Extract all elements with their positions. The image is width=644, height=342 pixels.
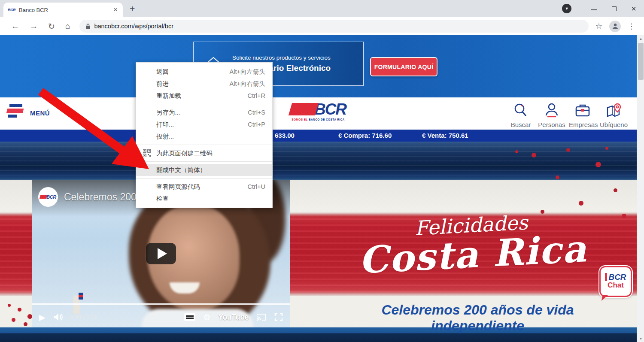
promo-header: Solicite nuestros productos y servicios … — [0, 35, 637, 97]
scrollbar-thumb[interactable] — [638, 43, 644, 80]
menu-item-cast[interactable]: 投射... — [136, 130, 272, 142]
menu-item-save-as[interactable]: 另存为... Ctrl+S — [136, 106, 272, 118]
exchange-ticker: 633.00 € Compra: 716.60 € Venta: 750.61 — [0, 130, 637, 142]
nav-item-empresas[interactable]: Empresas — [569, 101, 596, 128]
youtube-logo[interactable]: YouTube — [218, 313, 249, 322]
hamburger-flag-icon[interactable] — [6, 104, 32, 118]
menu-item-inspect[interactable]: 检查 — [136, 193, 272, 205]
menu-separator — [136, 178, 272, 179]
volume-icon[interactable] — [53, 313, 64, 321]
bcr-logo-flag — [289, 103, 319, 115]
menu-item-shortcut: Alt+向左箭头 — [230, 68, 265, 76]
menu-item-label: 打印... — [156, 121, 174, 129]
video-title[interactable]: Celebremos 200 a — [64, 191, 145, 203]
ticker-rate-venta-eur: € Venta: 750.61 — [422, 132, 468, 139]
nav-item-buscar[interactable]: Buscar — [507, 101, 535, 128]
restore-button[interactable] — [612, 6, 617, 11]
menu-item-view-source[interactable]: 查看网页源代码 Ctrl+U — [136, 181, 272, 193]
ticker-rate-compra-eur: € Compra: 716.60 — [338, 132, 392, 139]
menu-item-print[interactable]: 打印... Ctrl+P — [136, 118, 272, 130]
play-icon — [158, 248, 167, 259]
scrollbar-down-icon[interactable]: ▼ — [637, 335, 644, 342]
qr-code-icon — [143, 149, 151, 157]
nav-item-personas[interactable]: Personas — [538, 101, 565, 128]
menu-item-create-qr[interactable]: 为此页面创建二维码 — [136, 147, 272, 159]
url-text: bancobcr.com/wps/portal/bcr — [94, 23, 173, 30]
video-progress-bar[interactable] — [32, 303, 290, 305]
bookmark-star-icon[interactable]: ☆ — [595, 21, 602, 31]
bcr-favicon-icon: BCR — [8, 8, 15, 12]
page-scrollbar[interactable]: ▲ ▼ — [637, 35, 644, 342]
tab-title: Banco BCR — [19, 7, 112, 13]
browser-update-icon[interactable]: ▼ — [562, 4, 571, 13]
control-play-icon[interactable]: ▶ — [39, 312, 46, 322]
menu-item-shortcut: Alt+向右箭头 — [230, 80, 265, 88]
menu-button[interactable]: MENÚ — [30, 109, 50, 117]
menu-item-label: 另存为... — [156, 109, 180, 117]
flag-stripe-navy-top — [0, 142, 637, 180]
close-button[interactable]: × — [631, 4, 636, 13]
nav-item-ubiqueno[interactable]: Ubíqueno — [600, 101, 627, 128]
profile-avatar[interactable] — [609, 21, 621, 32]
hero-banner: Felicidades Costa Rica Celebremos 200 añ… — [0, 142, 637, 342]
video-controls: ▶ 0:00 / 1:02 ⚙ YouTube — [32, 307, 290, 327]
menu-item-shortcut: Ctrl+U — [248, 183, 266, 190]
bcr-logo-tagline: SOMOS EL BANCO DE COSTA RICA — [286, 118, 350, 121]
menu-item-shortcut: Ctrl+S — [248, 109, 265, 116]
url-bar[interactable]: bancobcr.com/wps/portal/bcr — [79, 20, 588, 33]
formulario-aqui-button[interactable]: FORMULARIO AQUÍ — [370, 57, 437, 76]
address-bar-actions: ☆ ⋮ — [593, 21, 638, 32]
subtitles-icon[interactable] — [184, 313, 195, 321]
nav-label: Personas — [538, 121, 565, 128]
home-icon[interactable]: ⌂ — [65, 21, 70, 31]
menu-item-label: 投射... — [156, 133, 174, 141]
nav-label: Ubíqueno — [600, 121, 627, 128]
video-play-button[interactable] — [146, 243, 176, 264]
scrollbar-up-icon[interactable]: ▲ — [637, 35, 644, 42]
menu-item-shortcut: Ctrl+R — [248, 92, 266, 99]
channel-logo-text: BCR — [46, 194, 56, 200]
paint-splatter — [515, 150, 518, 153]
channel-avatar[interactable]: BCR — [38, 187, 58, 207]
menu-item-translate-chinese[interactable]: 翻成中文（简体） — [136, 164, 272, 176]
window-controls: ▼ × — [562, 0, 644, 17]
menu-item-label: 前进 — [156, 80, 169, 88]
browser-menu-icon[interactable]: ⋮ — [628, 22, 635, 31]
tab-bar: BCR Banco BCR × + ▼ × — [0, 0, 644, 17]
menu-item-forward[interactable]: 前进 Alt+向右箭头 — [136, 78, 272, 90]
lock-icon — [85, 23, 91, 29]
logo-tagline-blue: BANCO DE COSTA RICA — [309, 118, 345, 121]
site-nav-bar: MENÚ BCR SOMOS EL BANCO DE COSTA RICA Bu… — [0, 97, 637, 130]
menu-separator — [136, 145, 272, 145]
chat-badge-bcr: BCR — [605, 273, 626, 281]
context-menu: 返回 Alt+向左箭头 前进 Alt+向右箭头 重新加载 Ctrl+R 另存为.… — [136, 62, 273, 208]
settings-gear-icon[interactable]: ⚙ — [203, 312, 210, 322]
menu-item-back[interactable]: 返回 Alt+向左箭头 — [136, 66, 272, 78]
menu-item-label: 查看网页源代码 — [156, 183, 200, 191]
fullscreen-icon[interactable] — [274, 313, 283, 321]
promo-line1: Solicite nuestros productos y servicios — [232, 54, 331, 61]
bcr-chat-button[interactable]: BCR Chat — [599, 266, 632, 297]
reload-icon[interactable]: ↻ — [48, 21, 55, 31]
browser-tab[interactable]: BCR Banco BCR × — [3, 3, 123, 17]
video-controls-right: ⚙ YouTube — [184, 312, 283, 322]
bcr-logo[interactable]: BCR SOMOS EL BANCO DE COSTA RICA — [286, 101, 350, 121]
menu-separator — [136, 161, 272, 162]
channel-logo-flag — [39, 195, 47, 199]
ticker-rate-venta-usd: 633.00 — [275, 132, 295, 139]
page-viewport: Solicite nuestros productos y servicios … — [0, 35, 644, 342]
logo-tagline-red: SOMOS EL — [292, 118, 307, 121]
new-tab-button[interactable]: + — [130, 3, 135, 14]
paint-splatter — [8, 304, 11, 307]
nav-label: Buscar — [507, 121, 535, 128]
forward-icon[interactable]: → — [30, 21, 38, 31]
menu-item-shortcut: Ctrl+P — [248, 121, 265, 128]
back-icon[interactable]: ← — [11, 21, 19, 31]
minimize-button[interactable] — [591, 9, 597, 10]
menu-item-label: 检查 — [156, 195, 169, 203]
menu-item-reload[interactable]: 重新加载 Ctrl+R — [136, 90, 272, 102]
thumbnail-flag — [79, 293, 83, 300]
hero-caption: Celebremos 200 años de vida independient… — [339, 302, 616, 334]
tab-close-icon[interactable]: × — [112, 6, 118, 14]
cast-icon[interactable] — [256, 313, 267, 321]
